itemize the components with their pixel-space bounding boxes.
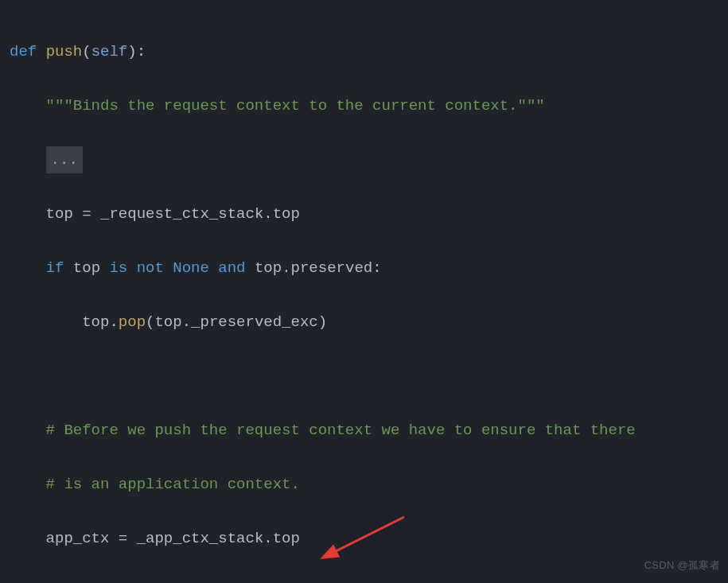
- blank-line: [10, 363, 718, 390]
- keyword-def: def: [10, 43, 37, 60]
- code-line: # is an application context.: [10, 471, 718, 498]
- comment: # is an application context.: [46, 476, 300, 493]
- code-line: top.pop(top._preserved_exc): [10, 309, 718, 336]
- code-line: ...: [10, 146, 718, 173]
- code-line: """Binds the request context to the curr…: [10, 92, 718, 119]
- code-editor[interactable]: def push(self): """Binds the request con…: [0, 0, 728, 583]
- code-line: app_ctx = _app_ctx_stack.top: [10, 525, 718, 552]
- code-line: if app_ctx is None or app_ctx.app != sel…: [10, 579, 718, 583]
- comment: # Before we push the request context we …: [46, 422, 636, 439]
- code-line: def push(self):: [10, 38, 718, 65]
- function-name: push: [46, 43, 83, 60]
- folded-region[interactable]: ...: [46, 146, 83, 173]
- param-self: self: [91, 43, 128, 60]
- code-line: top = _request_ctx_stack.top: [10, 200, 718, 227]
- watermark-text: CSDN @孤寒者: [644, 552, 720, 579]
- code-line: # Before we push the request context we …: [10, 417, 718, 444]
- docstring: """Binds the request context to the curr…: [46, 97, 545, 115]
- code-line: if top is not None and top.preserved:: [10, 255, 718, 282]
